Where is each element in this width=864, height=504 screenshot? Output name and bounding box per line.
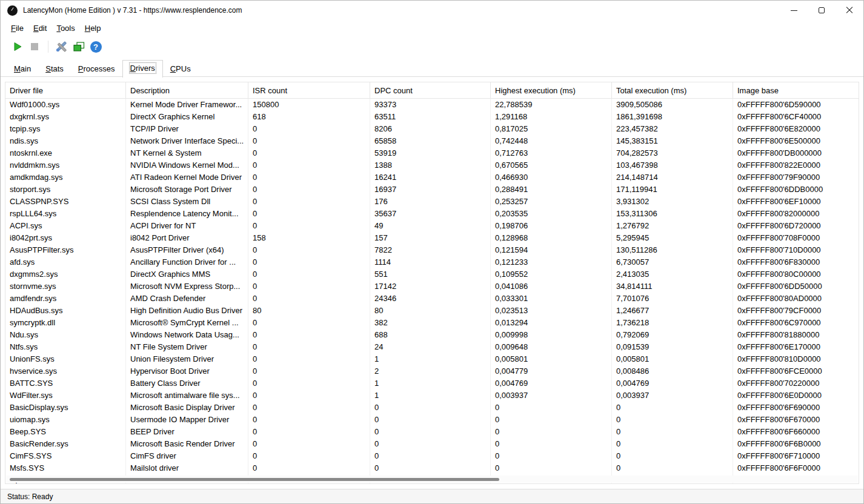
table-row[interactable]: WdFilter.sysMicrosoft antimalware file s…	[5, 390, 859, 402]
table-cell: 34,814111	[612, 280, 733, 293]
table-cell: 0	[248, 414, 370, 426]
menu-item-edit[interactable]: Edit	[28, 21, 52, 35]
table-cell: 0	[612, 402, 733, 414]
table-row[interactable]: symcryptk.dllMicrosoft® SymCrypt Kernel …	[5, 317, 859, 329]
drivers-table: Driver fileDescriptionISR countDPC count…	[5, 82, 859, 484]
column-header-dpc-count[interactable]: DPC count	[370, 82, 491, 98]
table-cell: nvlddmkm.sys	[5, 159, 126, 171]
scrollbar-thumb[interactable]	[10, 478, 499, 481]
table-cell: 0,004779	[491, 365, 612, 377]
table-cell: 551	[370, 268, 491, 280]
table-cell: Beep.SYS	[5, 426, 126, 438]
table-row[interactable]: ndis.sysNetwork Driver Interface Speci..…	[5, 135, 859, 147]
table-cell: 7,701076	[612, 293, 733, 305]
table-cell: 1	[370, 377, 491, 390]
table-cell: DirectX Graphics Kernel	[126, 111, 248, 123]
menu-item-help[interactable]: Help	[80, 21, 106, 35]
app-icon[interactable]	[7, 5, 18, 16]
table-row[interactable]: BasicRender.sysMicrosoft Basic Render Dr…	[5, 438, 859, 450]
table-row[interactable]: afd.sysAncillary Function Driver for ...…	[5, 256, 859, 268]
table-cell: Mailslot driver	[126, 462, 248, 474]
minimize-button[interactable]	[780, 1, 808, 20]
minimize-icon	[791, 10, 797, 11]
report-button[interactable]	[70, 38, 87, 55]
table-cell: 80	[370, 305, 491, 317]
table-cell: 153,311306	[612, 208, 733, 220]
table-row[interactable]: CimFS.SYSCimFS driver00000xFFFFF800'6F71…	[5, 450, 859, 462]
table-cell: AsusPTPFilter Driver (x64)	[126, 244, 248, 256]
table-row[interactable]: tcpip.sysTCP/IP Driver082060,817025223,4…	[5, 123, 859, 135]
horizontal-scrollbar[interactable]	[6, 476, 858, 483]
table-row[interactable]: stornvme.sysMicrosoft NVM Express Storp.…	[5, 280, 859, 293]
table-row[interactable]: UnionFS.sysUnion Filesystem Driver010,00…	[5, 353, 859, 365]
table-row[interactable]: dxgkrnl.sysDirectX Graphics Kernel618635…	[5, 111, 859, 123]
table-cell: dxgmms2.sys	[5, 268, 126, 280]
table-row[interactable]: hvservice.sysHypervisor Boot Driver020,0…	[5, 365, 859, 377]
menu-item-tools[interactable]: Tools	[52, 21, 79, 35]
table-cell: 0	[370, 450, 491, 462]
table-row[interactable]: Ntfs.sysNT File System Driver0240,009648…	[5, 341, 859, 353]
table-cell: i8042prt.sys	[5, 232, 126, 244]
table-cell: 0xFFFFF800'81880000	[733, 329, 859, 341]
table-row[interactable]: nvlddmkm.sysNVIDIA Windows Kernel Mod...…	[5, 159, 859, 171]
table-row[interactable]: AsusPTPFilter.sysAsusPTPFilter Driver (x…	[5, 244, 859, 256]
table-cell: rspLLL64.sys	[5, 208, 126, 220]
table-row[interactable]: BasicDisplay.sysMicrosoft Basic Display …	[5, 402, 859, 414]
column-header-isr-count[interactable]: ISR count	[248, 82, 370, 98]
options-button[interactable]	[53, 38, 70, 55]
table-row[interactable]: ntoskrnl.exeNT Kernel & System0539190,71…	[5, 147, 859, 159]
tab-cpus[interactable]: CPUs	[163, 61, 198, 77]
table-cell: 1	[370, 353, 491, 365]
table-row[interactable]: uiomap.sysUsermode IO Mapper Driver00000…	[5, 414, 859, 426]
column-header-total-execution-ms[interactable]: Total execution (ms)	[612, 82, 733, 98]
column-header-image-base[interactable]: Image base	[733, 82, 859, 98]
table-cell: 17142	[370, 280, 491, 293]
table-cell: 0	[248, 256, 370, 268]
table-cell: 0,253257	[491, 196, 612, 208]
table-cell: 0,033301	[491, 293, 612, 305]
table-row[interactable]: Wdf01000.sysKernel Mode Driver Framewor.…	[5, 99, 859, 111]
table-row[interactable]: storport.sysMicrosoft Storage Port Drive…	[5, 184, 859, 196]
table-cell: 1,276792	[612, 220, 733, 232]
table-cell: 0,121594	[491, 244, 612, 256]
table-cell: 0xFFFFF800'6DD50000	[733, 280, 859, 293]
start-monitor-button[interactable]	[9, 38, 26, 55]
column-header-description[interactable]: Description	[126, 82, 248, 98]
table-row[interactable]: amdkmdag.sysATI Radeon Kernel Mode Drive…	[5, 171, 859, 184]
table-row[interactable]: BATTC.SYSBattery Class Driver010,0047690…	[5, 377, 859, 390]
tab-main[interactable]: Main	[7, 61, 38, 77]
column-header-highest-execution-ms[interactable]: Highest execution (ms)	[491, 82, 612, 98]
table-row[interactable]: rspLLL64.sysResplendence Latency Monit..…	[5, 208, 859, 220]
table-row[interactable]: i8042prt.sysi8042 Port Driver1581570,128…	[5, 232, 859, 244]
close-button[interactable]	[836, 1, 863, 20]
stop-monitor-button[interactable]	[26, 38, 43, 55]
table-cell: 0,198706	[491, 220, 612, 232]
help-button[interactable]	[87, 38, 104, 55]
table-row[interactable]: dxgmms2.sysDirectX Graphics MMS05510,109…	[5, 268, 859, 280]
table-cell: Battery Class Driver	[126, 377, 248, 390]
table-cell: 63511	[370, 111, 491, 123]
table-cell: 7822	[370, 244, 491, 256]
table-row[interactable]: ACPI.sysACPI Driver for NT0490,1987061,2…	[5, 220, 859, 232]
tab-processes[interactable]: Processes	[71, 61, 122, 77]
table-row[interactable]: HDAudBus.sysHigh Definition Audio Bus Dr…	[5, 305, 859, 317]
table-row[interactable]: Beep.SYSBEEP Driver00000xFFFFF800'6F6600…	[5, 426, 859, 438]
maximize-button[interactable]	[808, 1, 836, 20]
table-cell: 150800	[248, 99, 370, 111]
table-cell: 0xFFFFF800'6E170000	[733, 341, 859, 353]
table-cell: 176	[370, 196, 491, 208]
table-cell: 688	[370, 329, 491, 341]
table-row[interactable]: Ndu.sysWindows Network Data Usag...06880…	[5, 329, 859, 341]
table-cell: 0	[370, 438, 491, 450]
table-row[interactable]: CLASSPNP.SYSSCSI Class System Dll01760,2…	[5, 196, 859, 208]
tab-drivers[interactable]: Drivers	[122, 60, 163, 78]
wrench-icon	[55, 41, 68, 53]
tab-stats[interactable]: Stats	[38, 61, 71, 77]
menu-item-file[interactable]: File	[6, 21, 28, 35]
toolbar	[1, 36, 863, 58]
table-cell: 0,005801	[491, 353, 612, 365]
table-cell: 0	[248, 341, 370, 353]
table-row[interactable]: Msfs.SYSMailslot driver00000xFFFFF800'6F…	[5, 462, 859, 474]
column-header-driver-file[interactable]: Driver file	[5, 82, 126, 98]
table-row[interactable]: amdfendr.sysAMD Crash Defender0243460,03…	[5, 293, 859, 305]
